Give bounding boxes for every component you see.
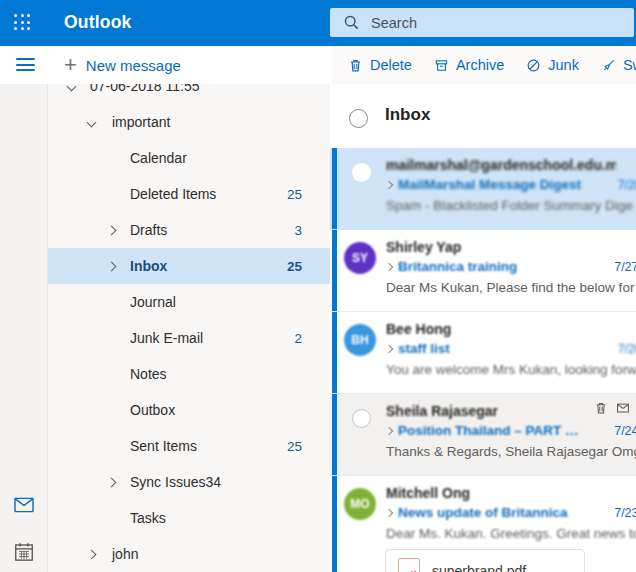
unread-count: 25 (287, 439, 302, 454)
email-row[interactable]: Sheila Rajasegar (330, 394, 636, 476)
unread-indicator (332, 476, 337, 572)
message-list: Inbox mailmarshal@gardenschool.edu.my Ma… (330, 84, 636, 572)
calendar-module-button[interactable] (13, 541, 35, 563)
email-subject: MailMarshal Message Digest (398, 177, 581, 192)
email-preview: You are welcome Mrs Kukan, looking forw (386, 362, 636, 377)
expand-chevron-icon[interactable] (385, 262, 393, 270)
email-row[interactable]: MO Mitchell Ong News update of Britannic… (330, 476, 636, 572)
app-launcher-icon[interactable] (14, 14, 31, 31)
folder-pane: 07-06-2018 11:55 important Calendar Dele… (48, 84, 330, 572)
search-input[interactable] (369, 14, 603, 32)
hover-actions (594, 401, 636, 415)
chevron-right-icon (107, 225, 117, 235)
sweep-button[interactable]: Sweep (601, 57, 636, 73)
block-icon (526, 58, 541, 73)
unread-count: 25 (287, 187, 302, 202)
left-nav-rail (0, 84, 48, 572)
mail-icon (13, 494, 35, 516)
email-date: 7/26 (618, 342, 636, 356)
attachment-name: superbrand.pdf (432, 563, 526, 572)
top-app-bar: Outlook (0, 0, 636, 46)
plus-icon: + (64, 54, 77, 76)
email-subject: Position Thailand – PART … (398, 423, 579, 438)
folder-item-inbox[interactable]: Inbox 25 (48, 248, 330, 284)
folder-item-john[interactable]: john (48, 536, 330, 572)
email-sender: Shirley Yap (386, 239, 461, 255)
email-subject: staff list (398, 341, 450, 356)
email-date: 7/27/ (614, 260, 636, 274)
chevron-right-icon (87, 549, 97, 559)
folder-item-sent-items[interactable]: Sent Items 25 (48, 428, 330, 464)
outlook-window: Outlook + New message Delete (0, 0, 636, 572)
folder-item-drafts[interactable]: Drafts 3 (48, 212, 330, 248)
email-preview: Dear Ms Kukan, Please find the below for (386, 280, 636, 295)
mark-read-icon[interactable] (616, 401, 630, 415)
folder-item-tasks[interactable]: Tasks (48, 500, 330, 536)
folder-item-important[interactable]: important (48, 104, 330, 140)
chevron-right-icon (107, 261, 117, 271)
folder-item-deleted-items[interactable]: Deleted Items 25 (48, 176, 330, 212)
avatar[interactable]: MO (344, 488, 376, 520)
message-list-header: Inbox (330, 84, 636, 148)
new-message-button[interactable]: + New message (64, 46, 181, 84)
email-sender: Mitchell Ong (386, 485, 470, 501)
expand-chevron-icon[interactable] (385, 180, 393, 188)
search-icon (343, 14, 360, 31)
avatar[interactable]: BH (344, 324, 376, 356)
email-sender: Sheila Rajasegar (386, 403, 498, 419)
email-date: 7/28 (618, 178, 636, 192)
email-preview: Thanks & Regards, Sheila Rajasegar Omg (386, 444, 636, 459)
pdf-file-icon: pdf (398, 558, 420, 572)
delete-button[interactable]: Delete (348, 57, 412, 73)
email-preview: Spam - Blacklisted Folder Summary Dige (386, 198, 636, 213)
hamburger-menu-icon[interactable] (16, 58, 35, 71)
folder-item-junk-email[interactable]: Junk E-mail 2 (48, 320, 330, 356)
app-title: Outlook (64, 12, 132, 33)
chevron-down-icon (67, 84, 77, 91)
calendar-icon (13, 541, 35, 563)
chevron-right-icon (107, 477, 117, 487)
command-bar: + New message Delete Archive Junk (0, 46, 636, 84)
folder-item-calendar[interactable]: Calendar (48, 140, 330, 176)
email-date: 7/24/ (614, 424, 636, 438)
unread-indicator (332, 394, 337, 475)
delete-icon[interactable] (594, 401, 608, 415)
archive-icon (434, 58, 449, 73)
attachment-chip[interactable]: pdf superbrand.pdf (385, 549, 585, 572)
email-sender: Bee Hong (386, 321, 451, 337)
expand-chevron-icon[interactable] (385, 426, 393, 434)
unread-count: 25 (287, 259, 302, 274)
email-date: 7/23/ (614, 506, 636, 520)
mail-actions-toolbar: Delete Archive Junk Sweep (332, 46, 636, 84)
folder-item-outbox[interactable]: Outbox (48, 392, 330, 428)
message-list-title: Inbox (385, 105, 430, 125)
unread-indicator (332, 230, 337, 311)
archive-button[interactable]: Archive (434, 57, 504, 73)
expand-chevron-icon[interactable] (385, 508, 393, 516)
email-preview: Dear Ms. Kukan. Greetings. Great news to (386, 526, 636, 541)
folder-item-notes[interactable]: Notes (48, 356, 330, 392)
junk-button[interactable]: Junk (526, 57, 579, 73)
mail-module-button[interactable] (13, 494, 35, 516)
unread-count: 3 (294, 223, 302, 238)
email-row[interactable]: SY Shirley Yap Britannica training 7/27/… (330, 230, 636, 312)
select-all-checkbox[interactable] (349, 109, 368, 128)
email-row[interactable]: mailmarshal@gardenschool.edu.my MailMars… (330, 148, 636, 230)
avatar[interactable]: SY (344, 242, 376, 274)
trash-icon (348, 58, 363, 73)
unread-indicator (332, 148, 337, 229)
email-subject: Britannica training (398, 259, 517, 274)
folder-item-archive-date[interactable]: 07-06-2018 11:55 (48, 84, 330, 104)
folder-item-sync-issues[interactable]: Sync Issues34 (48, 464, 330, 500)
search-box[interactable] (330, 8, 634, 37)
expand-chevron-icon[interactable] (385, 344, 393, 352)
email-checkbox[interactable] (352, 163, 371, 182)
email-subject: News update of Britannica (398, 505, 568, 520)
broom-icon (601, 58, 616, 73)
folder-item-journal[interactable]: Journal (48, 284, 330, 320)
email-row[interactable]: BH Bee Hong staff list 7/26 You are welc… (330, 312, 636, 394)
unread-count: 2 (294, 331, 302, 346)
unread-indicator (332, 312, 337, 393)
email-checkbox[interactable] (352, 409, 371, 428)
chevron-down-icon (87, 117, 97, 127)
